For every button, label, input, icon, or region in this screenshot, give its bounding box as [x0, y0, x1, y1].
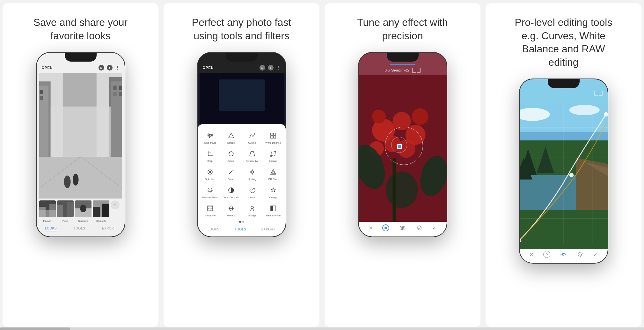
- phone-2-power-button: [286, 97, 286, 113]
- vintage-label: Vintage: [269, 196, 277, 199]
- curves-icon: [248, 131, 257, 140]
- filter-icon-2[interactable]: ⊞: [260, 65, 265, 71]
- white-balance-icon: [269, 131, 278, 140]
- tool-drama[interactable]: Drama: [242, 184, 262, 201]
- svg-point-124: [563, 254, 564, 255]
- page-scroll-bar[interactable]: [0, 327, 644, 330]
- tool-perspective[interactable]: Perspective: [242, 147, 262, 164]
- dot-2: [242, 221, 244, 223]
- svg-rect-76: [209, 210, 211, 211]
- expand-label: Expand: [269, 160, 277, 162]
- tool-grainy-film[interactable]: Grainy Film: [200, 202, 220, 219]
- svg-rect-70: [209, 206, 211, 207]
- close-button-3[interactable]: ✕: [369, 225, 373, 231]
- tool-white-balance[interactable]: White Balance: [263, 129, 283, 146]
- svg-point-106: [569, 105, 599, 116]
- tool-brush[interactable]: Brush: [221, 166, 241, 183]
- tune-image-label: Tune Image: [204, 141, 216, 144]
- more-icon-2[interactable]: ⋮: [276, 65, 281, 70]
- tool-grunge[interactable]: Grunge: [242, 202, 262, 219]
- phone-3: Blur Strength +27: [358, 52, 447, 237]
- layers-button[interactable]: [416, 224, 423, 231]
- tool-vintage[interactable]: Vintage: [263, 184, 283, 201]
- details-label: Details: [227, 141, 235, 144]
- nav-export[interactable]: EXPORT: [102, 227, 116, 231]
- phone-4-bottom-nav: ✕: [525, 251, 603, 258]
- svg-rect-11: [113, 86, 116, 90]
- svg-point-43: [210, 135, 211, 136]
- tool-selective[interactable]: Selective: [200, 166, 220, 183]
- nav-looks[interactable]: LOOKS: [45, 227, 57, 231]
- close-button-4[interactable]: ✕: [530, 251, 534, 258]
- info-icon[interactable]: i: [107, 65, 113, 71]
- svg-rect-12: [119, 86, 122, 90]
- tool-tune-image[interactable]: Tune Image: [200, 129, 220, 146]
- nav-2-looks[interactable]: LOOKS: [208, 228, 219, 232]
- drama-icon: [248, 186, 257, 195]
- details-icon: [227, 131, 236, 140]
- phone-1-screen: OPEN ⊞ i ⋮: [37, 53, 125, 236]
- brush-icon: [227, 168, 236, 176]
- phone-3-screen: Blur Strength +27: [359, 53, 447, 236]
- grainy-film-icon: [206, 204, 215, 213]
- svg-marker-50: [250, 152, 255, 156]
- tool-details[interactable]: Details: [221, 129, 241, 146]
- layers-button-4[interactable]: [577, 251, 584, 258]
- compare-icon-4[interactable]: [594, 91, 603, 96]
- info-icon-2[interactable]: i: [268, 65, 274, 71]
- tool-black-white[interactable]: Black & White: [263, 202, 283, 219]
- more-icon[interactable]: ⋮: [115, 65, 120, 70]
- eye-button-4[interactable]: [560, 251, 567, 258]
- tool-hdr-scape[interactable]: HDR Scape: [263, 166, 283, 183]
- tool-tonal-contrast[interactable]: Tonal Contrast: [221, 184, 241, 201]
- drama-label: Drama: [248, 196, 256, 199]
- svg-line-65: [211, 189, 212, 189]
- phone-3-power-button: [447, 97, 447, 113]
- compare-icon[interactable]: [412, 68, 421, 73]
- tool-rotate[interactable]: Rotate: [221, 147, 241, 164]
- retrolux-icon: [227, 204, 236, 213]
- svg-rect-8: [40, 96, 43, 100]
- vintage-icon: [269, 186, 278, 195]
- svg-marker-45: [229, 133, 234, 138]
- card-2-title: Perfect any photo fast using tools and f…: [191, 16, 293, 42]
- phone-4-power-button: [608, 124, 608, 140]
- phone-power-button: [125, 97, 125, 113]
- phone-2-nav: LOOKS TOOLS EXPORT: [200, 225, 283, 236]
- thumb-structure[interactable]: [75, 200, 91, 217]
- svg-point-100: [402, 227, 404, 229]
- tool-retrolux[interactable]: Retrolux: [221, 202, 241, 219]
- rotate-icon: [227, 149, 236, 158]
- tune-tool-button[interactable]: [399, 224, 406, 231]
- thumb-silhouette[interactable]: [93, 200, 109, 217]
- thumb-fine-art[interactable]: [39, 200, 56, 217]
- phone-2: OPEN ⊞ i ⋮: [197, 52, 286, 237]
- selective-icon: [206, 168, 215, 176]
- rotate-label: Rotate: [227, 160, 234, 162]
- perspective-label: Perspective: [246, 160, 258, 162]
- thumb-push[interactable]: [57, 200, 74, 217]
- add-looks-button[interactable]: +: [111, 200, 120, 209]
- tool-glamour-glow[interactable]: Glamour Glow: [200, 184, 220, 201]
- nav-2-tools[interactable]: TOOLS: [235, 228, 246, 232]
- svg-point-33: [80, 205, 86, 212]
- tools-page-indicator: [200, 219, 283, 225]
- svg-line-55: [229, 171, 232, 174]
- svg-rect-51: [271, 152, 275, 156]
- selective-center-dot[interactable]: [397, 144, 402, 149]
- svg-rect-15: [119, 92, 122, 96]
- circle-tool-4[interactable]: [543, 251, 550, 258]
- tool-expand[interactable]: Expand: [263, 147, 283, 164]
- tool-crop[interactable]: Crop: [200, 147, 220, 164]
- tool-curves[interactable]: Curves: [242, 129, 262, 146]
- selective-tool-button[interactable]: [382, 224, 389, 231]
- tool-healing[interactable]: Healing: [242, 166, 262, 183]
- nav-tools[interactable]: TOOLS: [74, 227, 85, 231]
- hdr-scape-icon: [269, 168, 278, 176]
- filter-icon[interactable]: ⊞: [99, 65, 104, 71]
- healing-icon: [248, 168, 257, 176]
- nav-2-export[interactable]: EXPORT: [261, 228, 275, 232]
- check-button-4[interactable]: ✓: [593, 251, 597, 258]
- check-button-3[interactable]: ✓: [432, 225, 436, 231]
- expand-icon: [269, 149, 278, 158]
